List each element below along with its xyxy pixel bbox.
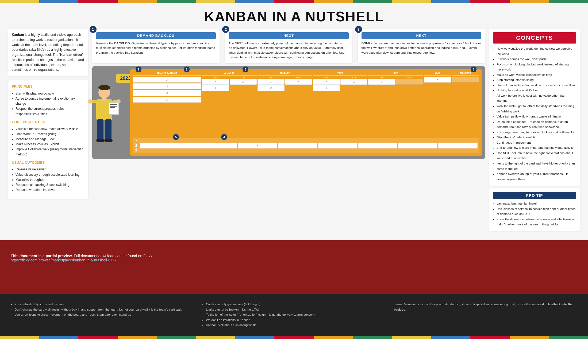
callout-1: 1 DEMAND BACKLOG Visualize the BACKLOG. … [92,29,220,63]
bar-seg-15 [549,0,588,3]
exp-card-6 [398,143,437,148]
concept-2: Pull work across the wall, don't push it [497,57,576,62]
core-item-2: Limit Work-In-Process (WIP) [16,132,84,137]
pro-tip-header: PRO TIP [493,192,576,199]
core-item-1: Visualize the workflow, make all work vi… [16,127,84,132]
test-wip-card-1: ✗ [313,79,340,85]
bot-bar-8 [274,336,314,339]
bot-bar-5 [157,336,196,339]
footer-list-2: Cards can only go one way (left to right… [206,302,386,328]
bot-bar-11 [392,336,431,339]
preview-normal: Full document download can be found on F… [74,254,153,258]
callout-2-title: NEXT [229,32,348,39]
callout-3-number: 3 [355,26,362,33]
demand-backlog-col: DEMAND BACKLOG ✗ ✗ ✗ ✗ [133,72,201,136]
bot-bar-2 [39,336,79,339]
concept-1: How we visualize the world dominates how… [497,46,576,57]
callout-3: 3 NEXT DONE columns are used as queues f… [358,29,485,63]
right-column: CONCEPTS How we visualize the world domi… [489,29,580,231]
bar-seg-4 [118,0,157,3]
pro-tip-1: Laminate, laminate, laminate! [497,201,576,206]
callout-2-number: 2 [222,26,229,33]
footer-2-4: We don't do iterations in Kanban [206,318,386,323]
svg-rect-14 [110,104,117,105]
callout-1-number: 1 [90,26,97,33]
bot-bar-10 [353,336,392,339]
concept-14: Continuous improvement [497,140,576,146]
svg-rect-8 [97,119,103,140]
concept-11: De-coupled cadences – release on demand,… [497,119,576,130]
db-card-2: ✗ [133,83,201,89]
main-content: KANBAN IN A NUTSHELL Kanban is a highly … [0,3,588,240]
concept-5: Stop starting, start finishing [497,77,576,83]
svg-rect-9 [105,119,112,140]
bar-seg-10 [353,0,392,3]
dat-wip: WIP ✗ [368,77,395,136]
develop-done-label: DONE [285,77,312,78]
footer-1-2: Don't change the card wall design withou… [14,307,194,312]
core-item-3: Measure and Manage Flow [16,137,84,142]
bar-seg-1 [0,0,39,3]
bot-bar-12 [431,336,471,339]
concept-17: Items to the right of the card wall have… [497,161,576,171]
preview-link[interactable]: https://flevy.com/browse/marketplace/kan… [11,258,117,262]
dat-col: DAT WIP ✗ DONE [368,72,423,136]
bar-seg-7 [235,0,275,3]
preview-text: This document is a partial preview. Full… [11,254,577,262]
bar-seg-2 [39,0,79,3]
top-color-bar [0,0,588,3]
exp-card-1 [140,143,237,148]
callout-2: 2 NEXT The NEXT column is an extremely p… [225,29,352,63]
develop-wip: WIP ✗ ✗ [258,77,285,136]
outcome-item-2: Value discovery through accelerated lear… [16,172,84,177]
test-col: TEST WIP ✗ ✗ DONE ✗ [313,72,367,136]
board-badge-4: 4 [221,134,227,140]
dat-done-card-1 [396,79,423,85]
db-card-4: ✗ [133,97,201,103]
bot-bar-6 [196,336,235,339]
db-card-1: ✗ [133,77,201,83]
concepts-header: CONCEPTS [493,32,576,44]
concept-4: Make all work visible irrespective of 't… [497,72,576,78]
concept-9: Walk the wall (right to left) at the dai… [497,104,576,114]
intro-box: Kanban is a highly tactile and visible a… [8,29,88,76]
footer-col-1: lines, refresh tatty icons and avatars. … [11,302,194,328]
outcomes-title: USUAL OUTCOMES [12,160,84,166]
footer-2-5: Kanban is all about eliminating waste [206,323,386,328]
outcome-item-3: Maximize throughput [16,177,84,182]
board-badge-5: 5 [173,134,179,140]
footer-list-1: lines, refresh tatty icons and avatars. … [14,302,194,318]
principles-title: PRINCIPLES [12,84,84,89]
footer-2-3: To the left of the 'select' (prioritizat… [206,312,386,318]
test-done-card-1: ✗ [340,79,367,85]
analyse-wip-card-2: ✗ [202,85,229,91]
svg-point-6 [88,99,92,104]
develop-subs: WIP ✗ ✗ DONE ✗ [258,77,312,136]
expedite-cards: ✗ [140,143,478,148]
board-badge-6: 6 [471,66,476,72]
exp-card-5 [358,143,398,148]
board-badge-2: 2 [184,66,190,72]
exp-card-2: ✗ [238,143,277,148]
concept-10: Value trumps flow, flow trumps waste eli… [497,114,576,119]
demand-backlog-label: DEMAND BACKLOG [133,72,201,76]
callouts-row: 1 DEMAND BACKLOG Visualize the BACKLOG. … [92,29,485,63]
analyse-label: ANALYSE [202,72,256,76]
concept-18: Kanban overlays on top of your current p… [497,171,576,182]
expedite-label: EXPEDITE [134,140,137,152]
pro-tip-box: PRO TIP Laminate, laminate, laminate! Us… [489,188,580,231]
footer-1-3: Use arrow icons to show movement on the … [14,312,194,318]
page-header: KANBAN IN A NUTSHELL [8,9,580,25]
svg-rect-16 [110,107,115,108]
live-card-1: ✗ [424,77,451,83]
bot-bar-13 [470,336,510,339]
bar-seg-3 [78,0,118,3]
test-done-label: DONE [340,77,367,78]
bot-bar-14 [510,336,549,339]
footer-1-1: lines, refresh tatty icons and avatars. [14,302,194,307]
analyse-wip-label: WIP [202,77,229,78]
left-column: Kanban is a highly tactile and visible a… [8,29,88,231]
analyse-col: ANALYSE WIP ✗ ✗ DONE ✗ [202,72,256,136]
principles-item-3: Respect the current process, roles, resp… [16,106,84,116]
callout-1-title: DEMAND BACKLOG [96,32,216,39]
